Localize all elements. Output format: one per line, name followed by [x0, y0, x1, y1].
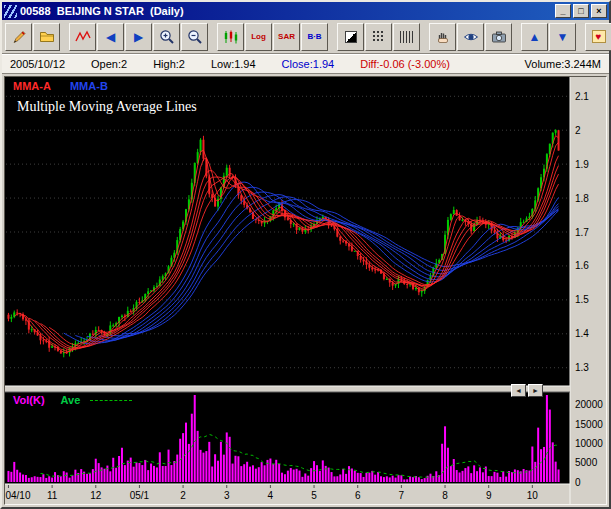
dot-grid-icon	[372, 30, 385, 43]
svg-text:6: 6	[355, 490, 361, 501]
camera-icon	[491, 29, 507, 45]
log-scale-icon: Log	[251, 32, 266, 41]
toolbar: ◀ ▶ Log SAR B·B ▲ ▼ ♥	[2, 20, 609, 54]
hand-tool-button[interactable]	[429, 23, 456, 51]
svg-text:1.4: 1.4	[575, 328, 589, 339]
svg-text:5000: 5000	[575, 457, 598, 468]
quote-date: 2005/10/12	[10, 58, 65, 70]
view-button[interactable]	[457, 23, 484, 51]
quote-open: Open:2	[91, 58, 127, 70]
scroll-down-button[interactable]: ▼	[549, 23, 576, 51]
svg-text:04/10: 04/10	[5, 490, 30, 501]
svg-text:9: 9	[486, 490, 492, 501]
arrow-up-icon: ▲	[529, 31, 541, 43]
draw-line-button[interactable]	[5, 23, 32, 51]
scroll-right-button[interactable]: ►	[528, 384, 543, 397]
svg-text:8: 8	[442, 490, 448, 501]
favorites-button[interactable]: ♥	[585, 23, 611, 51]
zigzag-icon	[75, 29, 91, 45]
svg-text:20000: 20000	[575, 399, 603, 410]
dot-grid-button[interactable]	[365, 23, 392, 51]
zoom-in-button[interactable]	[153, 23, 180, 51]
svg-text:2.1: 2.1	[575, 91, 589, 102]
svg-text:1.9: 1.9	[575, 159, 589, 170]
maximize-button[interactable]: □	[573, 4, 589, 18]
chart-area[interactable]: 2.121.91.81.71.61.51.41.3200001500010000…	[4, 76, 607, 505]
svg-text:5: 5	[311, 490, 317, 501]
svg-text:7: 7	[399, 490, 405, 501]
bollinger-bands-button[interactable]: B·B	[301, 23, 328, 51]
zoom-out-icon	[187, 29, 203, 45]
folder-icon	[39, 29, 55, 45]
svg-text:1.3: 1.3	[575, 362, 589, 373]
svg-text:3: 3	[224, 490, 230, 501]
svg-text:2: 2	[180, 490, 186, 501]
title-bar: 00588 BEIJING N STAR (Daily) _ □ ×	[2, 2, 609, 20]
invert-colors-button[interactable]	[337, 23, 364, 51]
svg-text:4: 4	[268, 490, 274, 501]
svg-text:10000: 10000	[575, 438, 603, 449]
app-icon	[4, 5, 17, 18]
svg-text:15000: 15000	[575, 419, 603, 430]
snapshot-button[interactable]	[485, 23, 512, 51]
quote-volume: Volume:3.244M	[525, 58, 601, 70]
svg-text:1.5: 1.5	[575, 294, 589, 305]
eye-icon	[463, 29, 479, 45]
svg-text:1.8: 1.8	[575, 193, 589, 204]
zoom-in-icon	[159, 29, 175, 45]
svg-text:1.7: 1.7	[575, 227, 589, 238]
quote-close: Close:1.94	[282, 58, 335, 70]
arrow-left-icon: ◀	[106, 31, 115, 43]
bollinger-icon: B·B	[307, 32, 321, 41]
quote-info-bar: 2005/10/12 Open:2 High:2 Low:1.94 Close:…	[2, 54, 609, 74]
arrow-right-icon: ▶	[134, 31, 143, 43]
svg-text:11: 11	[47, 490, 58, 501]
line-grid-button[interactable]	[393, 23, 420, 51]
scroll-left-button[interactable]: ◄	[511, 384, 526, 397]
quote-diff: Diff:-0.06 (-3.00%)	[360, 58, 450, 70]
svg-text:0: 0	[575, 477, 581, 488]
chart-svg[interactable]: 2.121.91.81.71.61.51.41.3200001500010000…	[5, 77, 606, 504]
app-window: 00588 BEIJING N STAR (Daily) _ □ × ◀ ▶ L…	[0, 0, 611, 509]
arrow-down-icon: ▼	[557, 31, 569, 43]
log-scale-button[interactable]: Log	[245, 23, 272, 51]
forward-button[interactable]: ▶	[125, 23, 152, 51]
pencil-icon	[11, 29, 27, 45]
window-controls: _ □ ×	[555, 4, 607, 18]
sar-button[interactable]: SAR	[273, 23, 300, 51]
svg-text:10: 10	[527, 490, 539, 501]
quote-low: Low:1.94	[211, 58, 256, 70]
window-title: 00588 BEIJING N STAR (Daily)	[20, 5, 552, 17]
sar-icon: SAR	[278, 32, 295, 41]
quote-high: High:2	[153, 58, 185, 70]
minimize-button[interactable]: _	[555, 4, 571, 18]
candlestick-chart-button[interactable]	[217, 23, 244, 51]
zigzag-indicator-button[interactable]	[69, 23, 96, 51]
open-file-button[interactable]	[33, 23, 60, 51]
vertical-lines-icon	[400, 31, 413, 43]
candlestick-icon	[223, 29, 239, 45]
heart-icon: ♥	[592, 30, 606, 43]
svg-text:2: 2	[575, 125, 581, 136]
zoom-out-button[interactable]	[181, 23, 208, 51]
volume-scroll-buttons: ◄ ►	[511, 384, 543, 397]
scroll-up-button[interactable]: ▲	[521, 23, 548, 51]
back-button[interactable]: ◀	[97, 23, 124, 51]
black-white-icon	[345, 31, 357, 43]
hand-icon	[435, 29, 451, 45]
close-button[interactable]: ×	[591, 4, 607, 18]
svg-text:12: 12	[90, 490, 102, 501]
svg-text:1.6: 1.6	[575, 260, 589, 271]
svg-text:05/1: 05/1	[130, 490, 150, 501]
